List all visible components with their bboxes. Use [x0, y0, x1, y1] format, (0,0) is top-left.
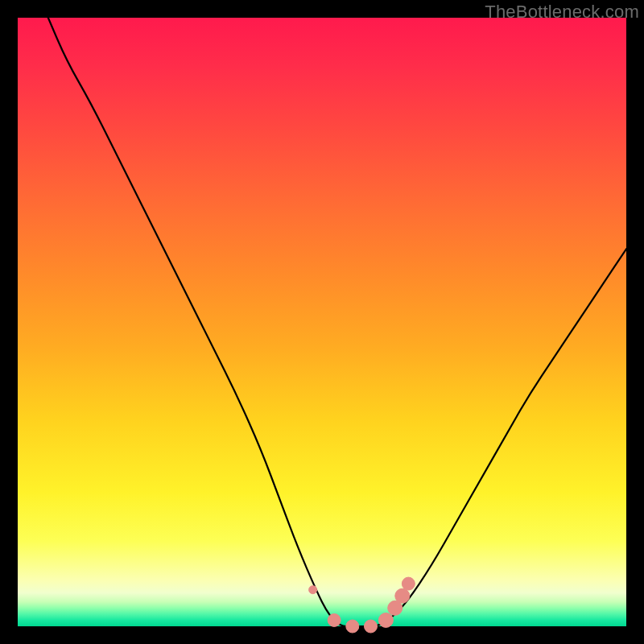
chart-frame: TheBottleneck.com — [0, 0, 644, 644]
marker-dot — [364, 620, 377, 633]
chart-svg — [18, 18, 626, 626]
marker-dot — [402, 577, 415, 590]
optimal-range-markers — [309, 577, 415, 633]
marker-dot — [309, 586, 317, 594]
watermark-text: TheBottleneck.com — [485, 2, 639, 23]
marker-dot — [346, 620, 359, 633]
plot-area — [18, 18, 626, 626]
marker-dot — [395, 588, 410, 603]
marker-dot — [328, 613, 341, 626]
marker-dot — [378, 613, 393, 627]
bottleneck-curve — [48, 18, 626, 626]
